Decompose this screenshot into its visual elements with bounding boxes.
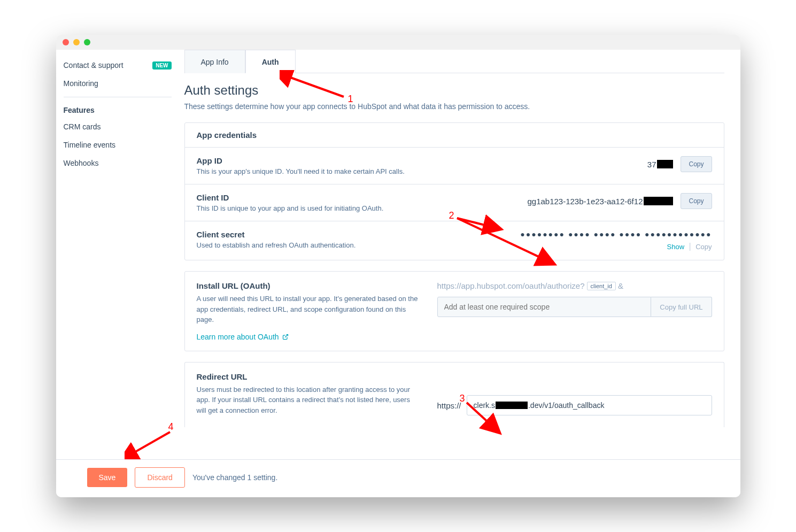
client-secret-desc: Used to establish and refresh OAuth auth… — [197, 241, 521, 249]
sidebar-divider — [64, 97, 172, 97]
save-button[interactable]: Save — [87, 468, 128, 487]
scope-input[interactable] — [437, 297, 652, 317]
show-secret-link[interactable]: Show — [667, 243, 685, 251]
install-url-preview: https://app.hubspot.com/oauth/authorize?… — [437, 281, 712, 290]
install-url-title: Install URL (OAuth) — [197, 281, 421, 290]
tab-auth[interactable]: Auth — [245, 50, 296, 73]
install-url-desc: A user will need this URL to install you… — [197, 294, 421, 325]
learn-more-oauth-link[interactable]: Learn more about OAuth — [197, 333, 421, 341]
sidebar-heading-features: Features — [56, 103, 179, 118]
maximize-icon[interactable] — [84, 39, 90, 45]
client-id-title: Client ID — [197, 193, 528, 202]
copy-client-id-button[interactable]: Copy — [681, 193, 712, 209]
credentials-panel: App credentials App ID This is your app'… — [184, 122, 724, 260]
sidebar-item-label: Webhooks — [64, 159, 99, 167]
redirect-url-panel: Redirect URL Users must be redirected to… — [184, 362, 724, 428]
app-id-value: 37 — [647, 160, 674, 169]
redacted-block — [496, 402, 528, 409]
annotation-number-1: 1 — [348, 94, 353, 105]
page-title: Auth settings — [184, 83, 724, 98]
client-secret-value: ●●●●●●●● ●●●● ●●●● ●●●● ●●●●●●●●●●●● — [520, 230, 712, 238]
discard-button[interactable]: Discard — [135, 467, 184, 488]
annotation-number-3: 3 — [460, 393, 465, 404]
copy-secret-link[interactable]: Copy — [695, 243, 712, 251]
sidebar-item-contact-support[interactable]: Contact & support NEW — [56, 56, 179, 74]
svg-line-0 — [285, 334, 288, 337]
client-id-desc: This ID is unique to your app and is use… — [197, 204, 528, 212]
sidebar-item-label: Monitoring — [64, 79, 98, 88]
redirect-url-input[interactable]: clerk.s.dev/v1/oauth_callback — [467, 395, 712, 415]
app-window: Contact & support NEW Monitoring Feature… — [56, 35, 740, 497]
copy-app-id-button[interactable]: Copy — [681, 156, 712, 172]
tab-bar: App Info Auth — [184, 50, 724, 73]
sidebar-item-webhooks[interactable]: Webhooks — [56, 154, 179, 172]
footer-message: You've changed 1 setting. — [192, 473, 277, 482]
credentials-header: App credentials — [185, 123, 724, 148]
mac-titlebar — [56, 35, 740, 50]
app-id-row: App ID This is your app's unique ID. You… — [185, 148, 724, 184]
annotation-number-4: 4 — [168, 421, 174, 433]
external-link-icon — [282, 334, 289, 340]
annotation-number-2: 2 — [449, 210, 454, 221]
sidebar-item-crm-cards[interactable]: CRM cards — [56, 118, 179, 136]
redirect-protocol: https:// — [437, 401, 461, 410]
close-icon[interactable] — [63, 39, 69, 45]
sidebar-item-timeline-events[interactable]: Timeline events — [56, 136, 179, 154]
redacted-block — [644, 197, 673, 205]
sidebar: Contact & support NEW Monitoring Feature… — [56, 50, 179, 459]
page-description: These settings determine how your app co… — [184, 102, 724, 111]
client-secret-row: Client secret Used to establish and refr… — [185, 221, 724, 260]
sidebar-item-label: CRM cards — [64, 122, 101, 131]
install-url-panel: Install URL (OAuth) A user will need thi… — [184, 271, 724, 351]
client-secret-title: Client secret — [197, 230, 521, 239]
app-id-desc: This is your app's unique ID. You'll nee… — [197, 167, 647, 175]
sidebar-item-monitoring[interactable]: Monitoring — [56, 74, 179, 92]
app-id-title: App ID — [197, 156, 647, 165]
redirect-url-desc: Users must be redirected to this locatio… — [197, 384, 421, 416]
redirect-url-title: Redirect URL — [197, 372, 421, 381]
minimize-icon[interactable] — [73, 39, 80, 45]
client-id-value: gg1ab123-123b-1e23-aa12-6f12 — [527, 197, 673, 206]
sidebar-item-label: Contact & support — [64, 61, 123, 70]
copy-full-url-button[interactable]: Copy full URL — [651, 297, 712, 317]
redacted-block — [657, 160, 673, 168]
tab-app-info[interactable]: App Info — [184, 50, 245, 73]
footer-bar: Save Discard You've changed 1 setting. — [56, 459, 740, 497]
client-id-chip: client_id — [587, 282, 616, 290]
new-badge: NEW — [152, 61, 171, 70]
sidebar-item-label: Timeline events — [64, 141, 116, 149]
